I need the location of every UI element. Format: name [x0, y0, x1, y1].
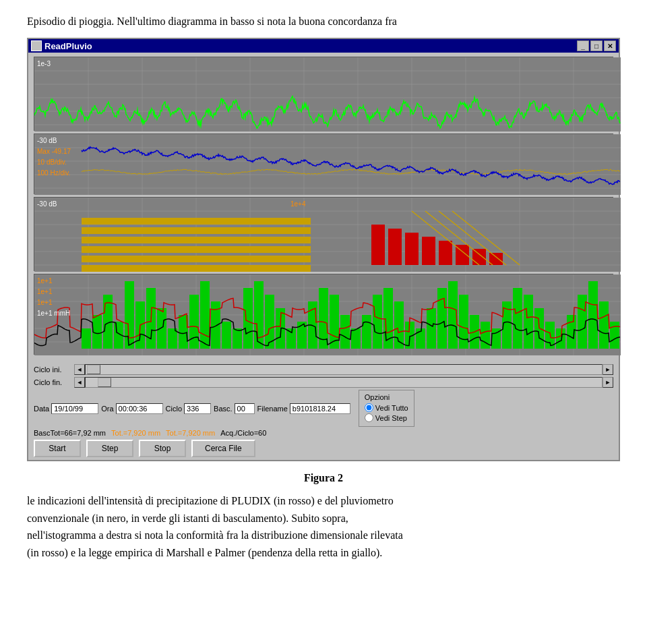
ciclo-ini-row: Ciclo ini. ◄ ►	[34, 364, 613, 375]
vedi-tutto-label: Vedi Tutto	[375, 404, 408, 412]
filename-input[interactable]	[290, 403, 350, 414]
chart-1: 1e-3	[34, 57, 613, 131]
acq-text: Acq./Ciclo=60	[220, 429, 266, 437]
vedi-tutto-radio[interactable]	[365, 403, 373, 412]
chart-2: -30 dB Max -49.17 10 dB/div. 100 Hz/div.	[34, 134, 613, 194]
tot2-text: Tot.=7,920 mm	[166, 429, 215, 437]
opzioni-box: Opzioni Vedi Tutto Vedi Step	[359, 390, 414, 427]
charts-area: 1e-3 -30 dB Max -49.17 10 dB/div. 100 Hz…	[28, 53, 619, 361]
cerca-file-button[interactable]: Cerca File	[191, 440, 255, 457]
chart1-label: 1e-3	[37, 60, 51, 67]
ciclo-ini-label: Ciclo ini.	[34, 365, 74, 374]
vedi-step-radio[interactable]	[365, 413, 373, 422]
bottom-text: le indicazioni dell'intensità di precipi…	[27, 492, 620, 561]
data-input[interactable]	[51, 403, 98, 414]
chart2-label3: 10 dB/div.	[37, 158, 67, 166]
chart2-label2: Max -49.17	[37, 148, 71, 155]
app-icon	[31, 40, 42, 51]
chart4-label3: 1e+1	[37, 299, 53, 306]
buttons-row: Start Step Stop Cerca File	[34, 440, 613, 457]
controls-area: Ciclo ini. ◄ ► Ciclo fin. ◄ ► Data	[28, 361, 619, 460]
stop-button[interactable]: Stop	[139, 440, 186, 457]
figure-caption: Figura 2	[27, 472, 620, 484]
ora-input[interactable]	[116, 403, 163, 414]
chart-4: 1e+1 1e+1 1e+1 1e+1 mmH	[34, 274, 613, 355]
data-label: Data	[34, 405, 49, 413]
chart3-label1: -30 dB	[37, 200, 57, 208]
intro-text: Episodio di pioggia. Nell'ultimo diagram…	[27, 13, 620, 30]
close-button[interactable]: ✕	[604, 40, 616, 51]
chart4-label1: 1e+1	[37, 277, 53, 285]
chart4-label4: 1e+1 mmH	[37, 310, 70, 317]
filename-label: Filename	[257, 405, 288, 413]
minimize-button[interactable]: _	[577, 40, 589, 51]
chart2-label1: -30 dB	[37, 137, 57, 144]
ora-label: Ora	[101, 405, 113, 413]
basc-input[interactable]	[235, 403, 255, 414]
vedi-tutto-row: Vedi Tutto	[365, 403, 408, 412]
chart-3: -30 dB 1e+4	[34, 197, 613, 271]
opzioni-label: Opzioni	[365, 393, 408, 401]
step-button[interactable]: Step	[86, 440, 133, 457]
application-window: ReadPluvio _ □ ✕ 1e-3 -30 dB Max -49.17 …	[27, 38, 620, 461]
basc-label: Basc.	[214, 405, 233, 413]
ciclo-ini-right-btn[interactable]: ►	[603, 364, 613, 375]
ciclo-fin-left-btn[interactable]: ◄	[74, 377, 85, 388]
title-bar: ReadPluvio _ □ ✕	[28, 39, 619, 53]
ciclo-label: Ciclo	[166, 405, 182, 413]
ciclo-fin-row: Ciclo fin. ◄ ►	[34, 377, 613, 388]
data-row: Data Ora Ciclo Basc. Filename	[34, 390, 613, 427]
vedi-step-row: Vedi Step	[365, 413, 408, 422]
ciclo-input[interactable]	[184, 403, 211, 414]
chart3-label2: 1e+4	[290, 200, 306, 208]
chart2-label4: 100 Hz/div.	[37, 169, 70, 177]
start-button[interactable]: Start	[34, 440, 81, 457]
window-title: ReadPluvio	[44, 41, 92, 51]
basctot-text: BascTot=66=7,92 mm	[34, 429, 106, 437]
vedi-step-label: Vedi Step	[375, 414, 407, 422]
tot1-text: Tot.=7,920 mm	[111, 429, 160, 437]
ciclo-fin-right-btn[interactable]: ►	[603, 377, 613, 388]
ciclo-ini-left-btn[interactable]: ◄	[74, 364, 85, 375]
maximize-button[interactable]: □	[590, 40, 603, 51]
ciclo-fin-label: Ciclo fin.	[34, 378, 74, 386]
status-row: BascTot=66=7,92 mm Tot.=7,920 mm Tot.=7,…	[34, 429, 613, 437]
chart4-label2: 1e+1	[37, 288, 53, 295]
